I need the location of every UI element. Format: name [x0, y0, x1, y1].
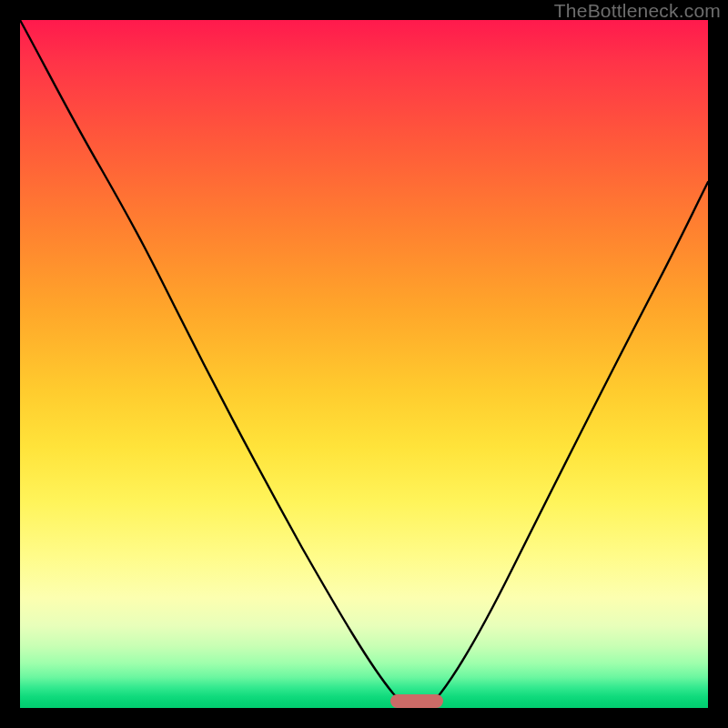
chart-frame: TheBottleneck.com	[0, 0, 728, 728]
bottleneck-curve	[20, 20, 708, 708]
watermark-text: TheBottleneck.com	[554, 0, 721, 22]
plot-area	[20, 20, 708, 708]
minimum-marker	[390, 694, 443, 708]
curve-path	[20, 20, 708, 708]
